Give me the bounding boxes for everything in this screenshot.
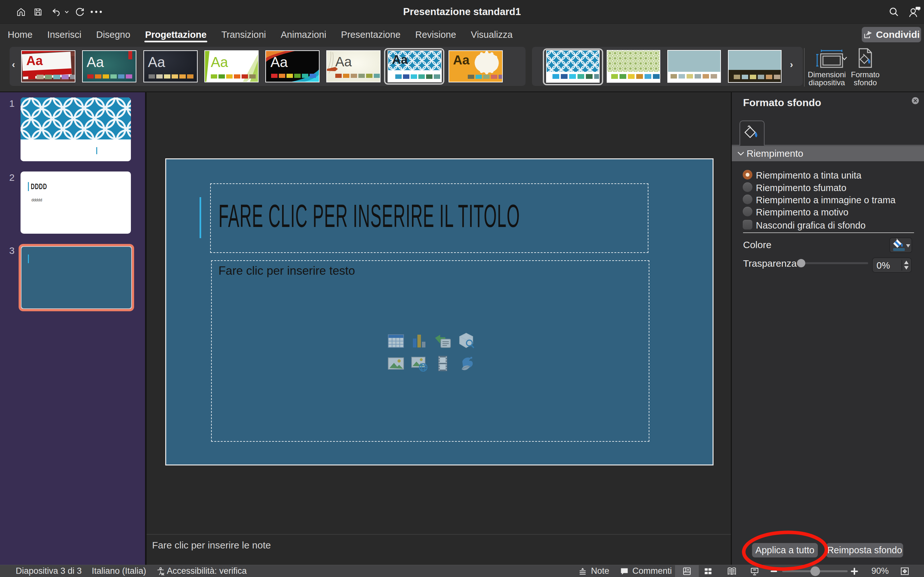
zoom-in-button[interactable]	[850, 566, 859, 577]
tab-inserisci[interactable]: Inserisci	[47, 24, 81, 47]
zoom-slider-knob[interactable]	[811, 566, 820, 576]
notes-toggle[interactable]: Note	[591, 565, 609, 577]
slide-3-editing-surface[interactable]: FARE CLIC PER INSERIRE IL TITOLO Fare cl…	[165, 158, 714, 466]
hide-background-label[interactable]: Nascondi grafica di sfondo	[756, 220, 866, 231]
slide-3-thumbnail-selected[interactable]	[19, 244, 134, 311]
theme-thumbnail-4[interactable]: Aa	[204, 50, 258, 82]
transparency-slider-knob[interactable]	[797, 259, 805, 268]
theme-thumbnail-3[interactable]: Aa	[144, 50, 198, 82]
close-icon	[913, 99, 917, 103]
theme-swatch	[653, 74, 660, 79]
theme-gallery-prev-icon[interactable]: ‹	[12, 59, 15, 70]
radio-picture-texture-fill-label[interactable]: Riempimento a immagine o trama	[756, 195, 895, 205]
radio-pattern-fill-label[interactable]: Riempimento a motivo	[756, 207, 849, 218]
reset-background-button[interactable]: Reimposta sfondo	[826, 543, 903, 558]
variant-gallery-next-icon[interactable]: ›	[790, 59, 793, 70]
normal-view-button-active[interactable]	[675, 565, 699, 577]
slide-size-icon	[816, 49, 844, 68]
presence-comments-icon[interactable]	[907, 0, 921, 24]
color-picker-button[interactable]	[889, 237, 912, 253]
tab-presentazione[interactable]: Presentazione	[341, 24, 401, 47]
radio-gradient-fill-label[interactable]: Riempimento sfumato	[756, 183, 846, 193]
zoom-out-button[interactable]	[770, 566, 778, 577]
slide-1-thumbnail[interactable]	[21, 97, 131, 161]
variant-thumbnail-4[interactable]	[728, 50, 782, 83]
hide-background-checkbox[interactable]	[743, 220, 752, 229]
theme-thumbnail-1[interactable]: Aa	[21, 50, 75, 82]
accessibility-status[interactable]: Accessibilità: verifica	[167, 565, 247, 577]
variant-thumbnail-3[interactable]	[667, 50, 721, 83]
theme-swatch	[234, 74, 240, 79]
panel-separator	[731, 92, 732, 565]
panel-title: Formato sfondo	[743, 97, 821, 109]
theme-swatch	[286, 74, 293, 78]
theme-swatch	[475, 75, 482, 79]
theme-thumbnail-8[interactable]: Aa	[449, 50, 503, 82]
theme-thumbnail-2[interactable]: Aa	[82, 50, 136, 82]
theme-thumbnail-6[interactable]: Aa	[326, 50, 381, 82]
tab-visualizza[interactable]: Visualizza	[471, 24, 513, 47]
fill-tab[interactable]	[740, 121, 764, 145]
theme-thumbnail-7-selected[interactable]: Aa	[388, 50, 442, 82]
theme-swatch	[636, 74, 643, 79]
title-placeholder[interactable]: FARE CLIC PER INSERIRE IL TITOLO	[210, 183, 648, 253]
tab-animazioni[interactable]: Animazioni	[281, 24, 326, 47]
slide-1-number: 1	[6, 98, 17, 109]
comments-toggle[interactable]: Commenti	[632, 565, 672, 577]
radio-pattern-fill[interactable]	[743, 207, 752, 216]
theme-swatch	[87, 74, 94, 79]
theme-swatch	[483, 75, 489, 79]
slideshow-view-icon[interactable]	[750, 567, 759, 577]
fill-section-header[interactable]: Riempimento	[732, 146, 924, 161]
variant-thumbnail-2[interactable]	[607, 50, 660, 83]
chevron-down-icon	[841, 56, 848, 61]
format-background-button[interactable]: Formatosfondo	[851, 48, 880, 87]
theme-swatch	[499, 75, 503, 79]
theme-swatch	[628, 74, 635, 79]
theme-swatch	[678, 74, 685, 79]
transparency-value-field[interactable]: 0%	[872, 258, 912, 273]
slide-sorter-view-icon[interactable]	[703, 567, 713, 577]
variant-thumbnail-1-selected[interactable]	[546, 50, 599, 83]
theme-swatch	[187, 74, 194, 79]
insert-3d-model-icon[interactable]	[457, 332, 475, 350]
stepper-divider	[901, 260, 902, 271]
panel-close-button[interactable]	[912, 97, 919, 104]
tab-revisione[interactable]: Revisione	[415, 24, 456, 47]
apply-to-all-button[interactable]: Applica a tutto	[752, 543, 818, 558]
zoom-level[interactable]: 90%	[871, 565, 889, 577]
radio-solid-fill-label[interactable]: Riempimento a tinta unita	[756, 170, 861, 181]
notes-pane-divider[interactable]	[147, 534, 731, 535]
tab-home[interactable]: Home	[8, 24, 32, 47]
content-placeholder[interactable]: Fare clic per inserire testo	[211, 260, 649, 442]
theme-swatch	[118, 74, 124, 79]
reading-view-icon[interactable]	[727, 567, 737, 577]
radio-picture-texture-fill[interactable]	[743, 195, 752, 204]
transparency-slider-track[interactable]	[799, 262, 868, 264]
insert-table-icon[interactable]	[387, 332, 405, 350]
fit-to-window-icon[interactable]	[900, 567, 909, 577]
theme-swatch	[491, 75, 497, 79]
slide-2-thumbnail[interactable]: DDDD ddddd	[21, 171, 131, 234]
radio-gradient-fill[interactable]	[743, 182, 752, 192]
tab-disegno[interactable]: Disegno	[96, 24, 130, 47]
insert-online-pictures-icon[interactable]	[410, 355, 428, 372]
share-button[interactable]: Condividi	[862, 27, 921, 42]
language-indicator[interactable]: Italiano (Italia)	[92, 565, 146, 577]
radio-solid-fill[interactable]	[743, 170, 752, 179]
insert-stock-images-icon[interactable]	[457, 355, 475, 372]
insert-video-icon[interactable]	[434, 355, 452, 372]
theme-thumbnail-5[interactable]: Aa	[265, 50, 320, 82]
notes-placeholder[interactable]: Fare clic per inserire le note	[152, 540, 271, 551]
insert-smartart-icon[interactable]	[434, 332, 452, 350]
ribbon-tabs: Home Inserisci Disegno Progettazione Tra…	[8, 24, 513, 47]
insert-chart-icon[interactable]	[410, 332, 428, 350]
slide-thumbnail-panel: 1 2 DDDD ddddd 3	[0, 92, 145, 565]
share-icon	[863, 30, 873, 39]
search-icon[interactable]	[887, 0, 900, 24]
slide-size-button[interactable]: Dimensionidiapositiva	[807, 48, 846, 87]
title-bar: Presentazione standard1	[0, 0, 924, 24]
tab-progettazione[interactable]: Progettazione	[145, 24, 207, 47]
tab-transizioni[interactable]: Transizioni	[221, 24, 266, 47]
insert-picture-icon[interactable]	[387, 355, 405, 372]
